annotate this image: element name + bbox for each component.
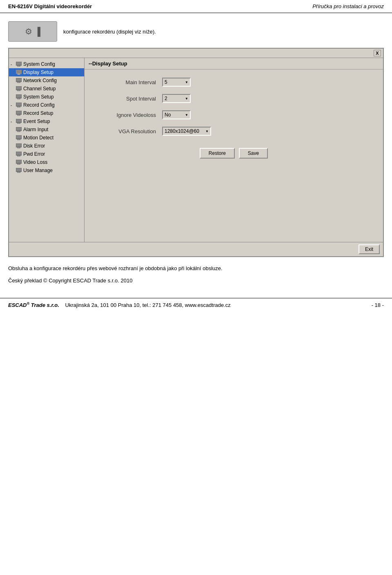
svg-rect-21	[18, 147, 20, 148]
monitor-icon-record-setup	[16, 110, 22, 116]
select-spot-interval-value: 2	[165, 96, 167, 101]
sidebar-item-alarm-input[interactable]: Alarm Input	[9, 125, 84, 134]
dialog-window: X - System Config Display Setup	[8, 48, 384, 257]
sidebar-item-system-config[interactable]: - System Config	[9, 60, 84, 68]
sidebar-label-system-config: System Config	[23, 61, 55, 67]
save-button[interactable]: Save	[239, 148, 268, 159]
dropdown-arrow-spot-interval: ▼	[185, 97, 188, 101]
sidebar-label-display-setup: Display Setup	[23, 69, 53, 75]
intro-section: ⚙ ▐ konfigurace rekordéru (displej viz n…	[0, 17, 392, 48]
sidebar-label-alarm-input: Alarm Input	[23, 127, 48, 132]
svg-rect-7	[18, 90, 20, 91]
sidebar-item-system-setup[interactable]: System Setup	[9, 93, 84, 101]
sidebar-label-video-loss: Video Loss	[23, 159, 47, 165]
svg-rect-6	[16, 86, 22, 90]
svg-rect-24	[16, 160, 22, 163]
svg-rect-27	[18, 172, 20, 173]
svg-rect-8	[16, 94, 22, 98]
monitor-icon-event-setup	[16, 118, 22, 125]
monitor-icon-alarm-input	[16, 126, 22, 133]
intro-text: konfigurace rekordéru (displej viz níže)…	[63, 29, 156, 35]
button-row: Restore Save	[97, 148, 371, 167]
recorder-image: ⚙ ▐	[8, 21, 57, 42]
restore-button[interactable]: Restore	[200, 148, 235, 159]
dialog-titlebar: X	[9, 49, 383, 58]
monitor-icon-display-setup	[16, 69, 22, 76]
svg-rect-3	[18, 74, 20, 75]
monitor-icon-disk-error	[16, 143, 22, 149]
content-title: --Display Setup	[85, 58, 383, 69]
close-button[interactable]: X	[374, 50, 381, 56]
select-spot-interval[interactable]: 2 ▼	[162, 94, 191, 103]
sidebar-item-disk-error[interactable]: Disk Error	[9, 142, 84, 150]
svg-rect-9	[18, 98, 20, 99]
control-spot-interval: 2 ▼	[162, 94, 191, 103]
monitor-icon-user-manage	[16, 167, 22, 174]
sidebar-label-motion-detect: Motion Detect	[23, 135, 53, 141]
svg-rect-23	[18, 155, 20, 157]
monitor-icon-pwd-error	[16, 151, 22, 157]
sidebar-label-event-setup: Event Setup	[23, 119, 50, 124]
sidebar-item-network-config[interactable]: Network Config	[9, 76, 84, 85]
svg-rect-26	[16, 168, 22, 172]
expand-icon-system-config: -	[11, 62, 16, 67]
content-form: Main Interval 5 ▼ Spot Interval 2	[85, 69, 383, 175]
select-vga-resolution[interactable]: 1280x1024@60 ▼	[162, 127, 211, 136]
sidebar-item-motion-detect[interactable]: Motion Detect	[9, 134, 84, 142]
control-vga-resolution: 1280x1024@60 ▼	[162, 127, 211, 136]
sidebar-label-system-setup: System Setup	[23, 94, 54, 100]
dropdown-arrow-ignore-videoloss: ▼	[185, 113, 188, 117]
svg-rect-2	[16, 70, 22, 74]
monitor-icon-video-loss	[16, 159, 22, 166]
form-row-main-interval: Main Interval 5 ▼	[97, 78, 371, 87]
dropdown-arrow-vga-resolution: ▼	[205, 130, 209, 133]
sidebar-item-display-setup[interactable]: Display Setup	[9, 68, 84, 76]
svg-rect-25	[18, 163, 20, 165]
monitor-icon-system-config	[16, 61, 22, 67]
monitor-icon-motion-detect	[16, 134, 22, 141]
content-area: --Display Setup Main Interval 5 ▼ Spot I…	[85, 58, 383, 242]
sidebar-item-user-manage[interactable]: User Manage	[9, 166, 84, 175]
sidebar-item-video-loss[interactable]: Video Loss	[9, 158, 84, 166]
dialog-body: - System Config Display Setup Network Co…	[9, 58, 383, 242]
page-header: EN-6216V Digitální videorekordér Příručk…	[0, 0, 392, 13]
svg-rect-18	[16, 135, 22, 139]
svg-rect-10	[16, 103, 22, 106]
svg-rect-5	[18, 82, 20, 83]
monitor-icon-system-setup	[16, 94, 22, 100]
sidebar-label-record-setup: Record Setup	[23, 110, 53, 116]
form-row-vga-resolution: VGA Resolution 1280x1024@60 ▼	[97, 127, 371, 136]
label-ignore-videoloss: Ignore Videoloss	[97, 112, 162, 118]
dropdown-arrow-main-interval: ▼	[185, 81, 188, 84]
select-ignore-videoloss[interactable]: No ▼	[162, 110, 191, 119]
sidebar-item-channel-setup[interactable]: Channel Setup	[9, 85, 84, 93]
copyright-section: Český překlad © Copyright ESCAD Trade s.…	[0, 275, 392, 290]
control-main-interval: 5 ▼	[162, 78, 191, 87]
sidebar-item-pwd-error[interactable]: Pwd Error	[9, 150, 84, 158]
label-vga-resolution: VGA Resolution	[97, 128, 162, 134]
exit-button[interactable]: Exit	[359, 244, 380, 254]
monitor-icon-record-config	[16, 102, 22, 108]
label-main-interval: Main Interval	[97, 79, 162, 85]
sidebar-label-user-manage: User Manage	[23, 168, 53, 173]
svg-rect-15	[18, 123, 20, 124]
sidebar-item-event-setup[interactable]: - Event Setup	[9, 117, 84, 125]
svg-rect-0	[16, 62, 22, 65]
svg-rect-16	[16, 127, 22, 131]
expand-icon-record-config: -	[11, 103, 16, 107]
page-footer: ESCAD® Trade s.r.o. Ukrajinská 2a, 101 0…	[0, 298, 392, 311]
svg-rect-13	[18, 114, 20, 116]
sidebar-item-record-config[interactable]: - Record Config	[9, 101, 84, 109]
sidebar-item-record-setup[interactable]: Record Setup	[9, 109, 84, 117]
svg-rect-12	[16, 111, 22, 114]
footer-page-number: - 18 -	[372, 302, 384, 308]
exit-area: Exit	[9, 242, 383, 256]
sidebar-label-pwd-error: Pwd Error	[23, 151, 45, 157]
form-row-spot-interval: Spot Interval 2 ▼	[97, 94, 371, 103]
select-main-interval[interactable]: 5 ▼	[162, 78, 191, 87]
footer-brand: ESCAD® Trade s.r.o.	[8, 302, 61, 308]
monitor-icon-channel-setup	[16, 85, 22, 92]
svg-rect-1	[18, 65, 20, 67]
sidebar-label-network-config: Network Config	[23, 78, 57, 83]
header-right: Příručka pro instalaci a provoz	[312, 3, 384, 9]
